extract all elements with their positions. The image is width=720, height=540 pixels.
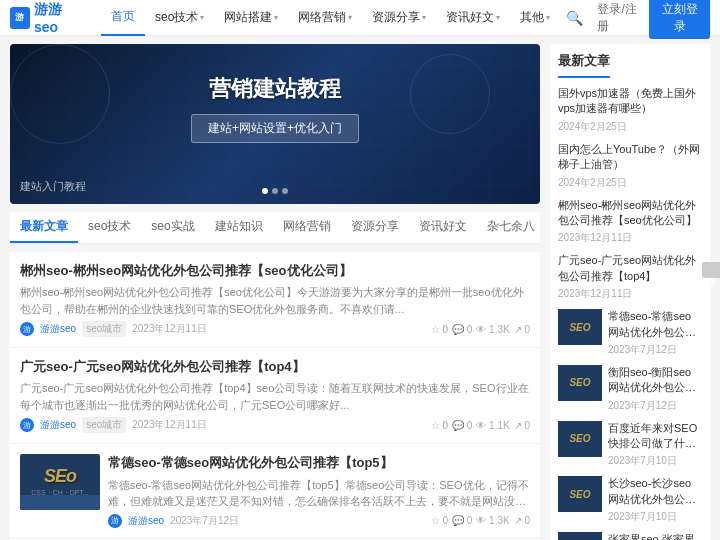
banner-dot-2[interactable] <box>272 188 278 194</box>
sidebar-title: 最新文章 <box>558 52 610 78</box>
seo-thumb-small: CSS・CH・DPT... <box>31 488 89 498</box>
article-date: 2023年7月12日 <box>170 514 239 528</box>
author-name[interactable]: 游游seo <box>40 322 76 336</box>
sidebar-article-body: 衡阳seo-衡阳seo网站优化外包公司推荐【top5】 2023年7月12日 <box>608 365 702 413</box>
article-body: 郴州seo-郴州seo网站优化外包公司推荐【seo优化公司】 郴州seo-郴州s… <box>20 262 530 337</box>
sidebar-article-title[interactable]: 张家界seo-张家界seo网站优化外包公司推荐... <box>608 532 702 540</box>
like-stat: ☆ 0 <box>431 420 448 431</box>
sidebar-article-thumbnail: SEO <box>558 476 602 512</box>
search-icon[interactable]: 🔍 <box>560 8 589 28</box>
share-button[interactable]: 分享 <box>702 262 720 278</box>
article-desc: 郴州seo-郴州seo网站优化外包公司推荐【seo优化公司】今天游游要为大家分享… <box>20 284 530 317</box>
like-stat: ☆ 0 <box>431 515 448 526</box>
article-title-link[interactable]: 郴州seo-郴州seo网站优化外包公司推荐【seo优化公司】 <box>20 263 352 278</box>
article-thumbnail: SEoCSS・CH・DPT... <box>20 454 100 510</box>
share-stat: ↗ 0 <box>514 324 530 335</box>
article-tabs: 最新文章seo技术seo实战建站知识网络营销资源分享资讯好文杂七余八 <box>10 212 540 244</box>
sidebar-article-date: 2024年2月25日 <box>558 120 702 134</box>
nav-item-seo技术[interactable]: seo技术 ▾ <box>145 0 214 36</box>
main-nav: 首页seo技术 ▾网站搭建 ▾网络营销 ▾资源分享 ▾资讯好文 ▾其他 ▾ <box>101 0 560 36</box>
tab-资讯好文[interactable]: 资讯好文 <box>409 212 477 243</box>
article-stats: ☆ 0 💬 0 👁 1.1K ↗ 0 <box>431 420 530 431</box>
tab-seo实战[interactable]: seo实战 <box>141 212 204 243</box>
sidebar-article-item: SEO 百度近年来对SEO快排公司做了什么？ 2023年7月10日 <box>558 421 702 469</box>
sidebar-article-title[interactable]: 国外vps加速器（免费上国外vps加速器有哪些） <box>558 86 702 117</box>
login-button[interactable]: 登录/注册 <box>597 1 641 35</box>
banner-title: 营销建站教程 <box>10 74 540 104</box>
sidebar-article-title[interactable]: 广元seo-广元seo网站优化外包公司推荐【top4】 <box>558 253 702 284</box>
article-tag[interactable]: seo城市 <box>82 417 126 433</box>
nav-item-首页[interactable]: 首页 <box>101 0 145 36</box>
nav-item-其他[interactable]: 其他 ▾ <box>510 0 560 36</box>
nav-item-资讯好文[interactable]: 资讯好文 ▾ <box>436 0 510 36</box>
sidebar-article-date: 2024年2月25日 <box>558 176 702 190</box>
logo-icon: 游 <box>10 7 30 29</box>
article-stats: ☆ 0 💬 0 👁 1.3K ↗ 0 <box>431 324 530 335</box>
article-body: 常德seo-常德seo网站优化外包公司推荐【top5】 常德seo-常德seo网… <box>108 454 530 527</box>
view-stat: 👁 1.1K <box>476 420 509 431</box>
sidebar-article-body: 百度近年来对SEO快排公司做了什么？ 2023年7月10日 <box>608 421 702 469</box>
sidebar-article-date: 2023年7月10日 <box>608 510 702 524</box>
nav-arrow-icon: ▾ <box>200 13 204 22</box>
author-avatar: 游 <box>20 322 34 336</box>
nav-item-网站搭建[interactable]: 网站搭建 ▾ <box>214 0 288 36</box>
nav-item-网络营销[interactable]: 网络营销 ▾ <box>288 0 362 36</box>
sidebar-article-body: 张家界seo-张家界seo网站优化外包公司推荐... 2023年6月10日 <box>608 532 702 540</box>
sidebar-article-title[interactable]: 郴州seo-郴州seo网站优化外包公司推荐【seo优化公司】 <box>558 198 702 229</box>
sidebar-article-title[interactable]: 常德seo-常德seo网站优化外包公司推荐【top5】 <box>608 309 702 340</box>
tab-最新文章[interactable]: 最新文章 <box>10 212 78 243</box>
tab-网络营销[interactable]: 网络营销 <box>273 212 341 243</box>
nav-arrow-icon: ▾ <box>422 13 426 22</box>
article-title-link[interactable]: 常德seo-常德seo网站优化外包公司推荐【top5】 <box>108 455 393 470</box>
sidebar-article-thumbnail: SEO <box>558 309 602 345</box>
sidebar-article-item: 郴州seo-郴州seo网站优化外包公司推荐【seo优化公司】 2023年12月1… <box>558 198 702 246</box>
article-item: 郴州seo-郴州seo网站优化外包公司推荐【seo优化公司】 郴州seo-郴州s… <box>10 252 540 348</box>
nav-arrow-icon: ▾ <box>546 13 550 22</box>
banner-subtitle[interactable]: 建站+网站设置+优化入门 <box>191 114 359 143</box>
article-date: 2023年12月11日 <box>132 322 207 336</box>
comment-stat: 💬 0 <box>452 420 472 431</box>
sidebar-article-date: 2023年7月12日 <box>608 399 702 413</box>
sidebar-article-body: 广元seo-广元seo网站优化外包公司推荐【top4】 2023年12月11日 <box>558 253 702 301</box>
article-title[interactable]: 常德seo-常德seo网站优化外包公司推荐【top5】 <box>108 454 530 472</box>
nav-arrow-icon: ▾ <box>348 13 352 22</box>
sidebar-seo-text: SEO <box>569 433 590 444</box>
banner-dot-1[interactable] <box>262 188 268 194</box>
article-tag[interactable]: seo城市 <box>82 321 126 337</box>
banner-label: 建站入门教程 <box>20 179 86 194</box>
header-right: 🔍 登录/注册 立刻登录 <box>560 0 710 39</box>
tab-seo技术[interactable]: seo技术 <box>78 212 141 243</box>
author-name[interactable]: 游游seo <box>128 514 164 528</box>
article-title-link[interactable]: 广元seo-广元seo网站优化外包公司推荐【top4】 <box>20 359 305 374</box>
tab-资源分享[interactable]: 资源分享 <box>341 212 409 243</box>
content-left: 营销建站教程 建站+网站设置+优化入门 建站入门教程 最新文章seo技术seo实… <box>10 44 540 540</box>
sidebar-article-item: SEO 衡阳seo-衡阳seo网站优化外包公司推荐【top5】 2023年7月1… <box>558 365 702 413</box>
main-wrap: 营销建站教程 建站+网站设置+优化入门 建站入门教程 最新文章seo技术seo实… <box>0 36 720 540</box>
author-avatar: 游 <box>108 514 122 528</box>
tab-建站知识[interactable]: 建站知识 <box>205 212 273 243</box>
article-desc: 常德seo-常德seo网站优化外包公司推荐【top5】常德seo公司导读：SEO… <box>108 477 530 510</box>
sidebar-article-title[interactable]: 衡阳seo-衡阳seo网站优化外包公司推荐【top5】 <box>608 365 702 396</box>
share-stat: ↗ 0 <box>514 515 530 526</box>
logo[interactable]: 游 游游seo <box>10 1 81 35</box>
author-name[interactable]: 游游seo <box>40 418 76 432</box>
sidebar-article-thumbnail: SEO <box>558 421 602 457</box>
nav-arrow-icon: ▾ <box>274 13 278 22</box>
sidebar-article-date: 2023年7月12日 <box>608 343 702 357</box>
sidebar-article-item: 广元seo-广元seo网站优化外包公司推荐【top4】 2023年12月11日 <box>558 253 702 301</box>
reg-button[interactable]: 立刻登录 <box>649 0 710 39</box>
sidebar-article-title[interactable]: 百度近年来对SEO快排公司做了什么？ <box>608 421 702 452</box>
sidebar-article-date: 2023年12月11日 <box>558 231 702 245</box>
comment-stat: 💬 0 <box>452 324 472 335</box>
banner-dots <box>262 188 288 194</box>
nav-item-资源分享[interactable]: 资源分享 ▾ <box>362 0 436 36</box>
banner-dot-3[interactable] <box>282 188 288 194</box>
article-title[interactable]: 郴州seo-郴州seo网站优化外包公司推荐【seo优化公司】 <box>20 262 530 280</box>
article-meta: 游 游游seo seo城市 2023年12月11日 ☆ 0 💬 0 👁 1.3K… <box>20 321 530 337</box>
article-date: 2023年12月11日 <box>132 418 207 432</box>
sidebar-article-title[interactable]: 长沙seo-长沙seo网站优化外包公司推荐【top5】 <box>608 476 702 507</box>
sidebar-article-thumbnail: SEO <box>558 365 602 401</box>
article-title[interactable]: 广元seo-广元seo网站优化外包公司推荐【top4】 <box>20 358 530 376</box>
sidebar-article-title[interactable]: 国内怎么上YouTube？（外网梯子上油管） <box>558 142 702 173</box>
tab-杂七余八[interactable]: 杂七余八 <box>477 212 540 243</box>
